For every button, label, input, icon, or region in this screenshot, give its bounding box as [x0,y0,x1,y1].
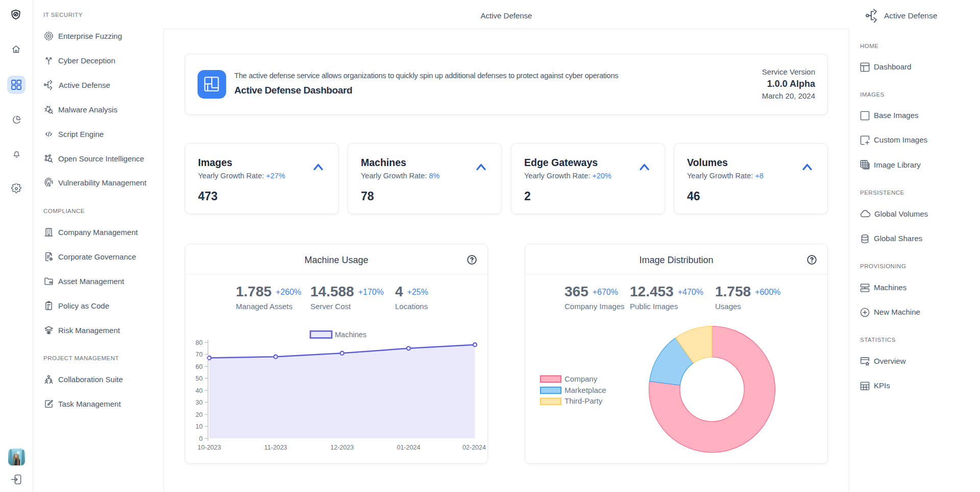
svg-text:11-2023: 11-2023 [264,444,287,451]
svg-text:02-2024: 02-2024 [462,444,486,451]
svg-text:10-2023: 10-2023 [198,444,221,451]
svg-text:70: 70 [195,351,203,358]
svg-text:Third-Party: Third-Party [565,396,603,405]
svg-text:50: 50 [195,375,203,382]
svg-text:10: 10 [195,423,203,430]
svg-text:60: 60 [195,363,203,370]
svg-text:12-2023: 12-2023 [330,444,354,451]
svg-text:Marketplace: Marketplace [565,386,606,394]
svg-text:Machines: Machines [335,331,366,339]
svg-text:01-2024: 01-2024 [397,444,420,451]
svg-text:0: 0 [199,435,203,442]
svg-text:30: 30 [195,399,203,406]
svg-text:40: 40 [195,387,203,394]
svg-text:Company: Company [565,374,598,383]
svg-text:80: 80 [195,339,203,346]
svg-text:20: 20 [195,411,203,418]
